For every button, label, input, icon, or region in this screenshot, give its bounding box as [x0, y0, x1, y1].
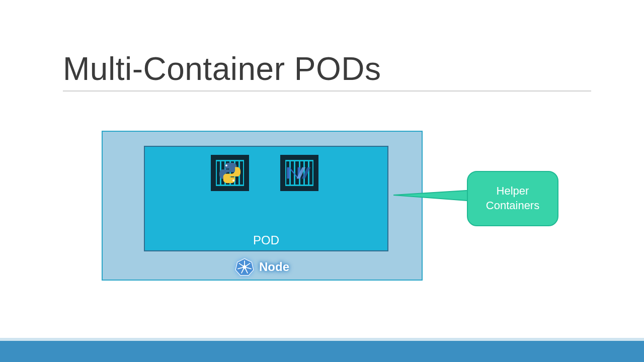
- callout-line1: Helper: [497, 185, 529, 197]
- slide: Multi-Container PODs: [0, 0, 644, 362]
- node-label: Node: [259, 260, 289, 274]
- slide-title: Multi-Container PODs: [63, 50, 381, 87]
- kubernetes-icon: [235, 257, 254, 277]
- pod-label: POD: [145, 233, 387, 247]
- node-box: POD Node: [102, 131, 423, 281]
- python-icon: [212, 156, 248, 190]
- svg-point-1: [232, 179, 234, 182]
- callout-text: Helper Containers: [486, 184, 539, 213]
- callout-line2: Containers: [486, 199, 539, 212]
- helper-containers-callout: Helper Containers: [467, 171, 558, 226]
- dotnet-icon: [281, 156, 317, 190]
- callout-tail-icon: [393, 190, 474, 205]
- node-label-group: Node: [103, 257, 422, 277]
- title-underline: [63, 90, 591, 92]
- footer-accent: [0, 341, 644, 362]
- container-dotnet: [280, 155, 318, 191]
- svg-point-10: [243, 265, 246, 268]
- pod-box: POD: [144, 146, 388, 251]
- container-python: [211, 155, 249, 191]
- svg-point-0: [225, 164, 227, 166]
- svg-marker-11: [393, 190, 474, 201]
